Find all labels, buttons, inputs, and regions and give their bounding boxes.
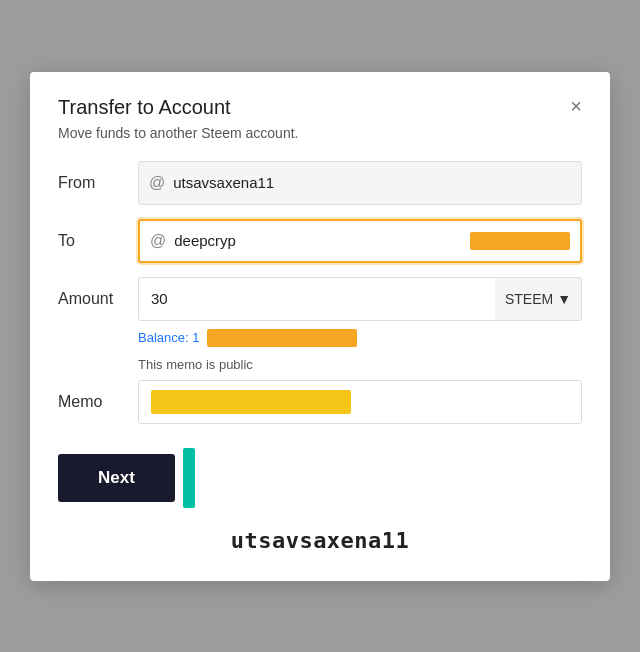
next-button[interactable]: Next bbox=[58, 454, 175, 502]
to-row: To @ bbox=[58, 219, 582, 263]
modal-title: Transfer to Account bbox=[58, 96, 231, 119]
to-redacted bbox=[470, 232, 570, 250]
to-label: To bbox=[58, 232, 138, 250]
from-input[interactable] bbox=[173, 174, 571, 191]
balance-redacted bbox=[207, 329, 357, 347]
currency-label: STEEM bbox=[505, 291, 553, 307]
memo-public-note: This memo is public bbox=[138, 357, 582, 372]
teal-accent-bar bbox=[183, 448, 195, 508]
memo-label: Memo bbox=[58, 393, 138, 411]
modal-subtitle: Move funds to another Steem account. bbox=[58, 125, 582, 141]
from-row: From @ bbox=[58, 161, 582, 205]
to-input[interactable] bbox=[174, 232, 468, 249]
amount-input[interactable] bbox=[138, 277, 495, 321]
to-input-wrapper[interactable]: @ bbox=[138, 219, 582, 263]
button-area: Next bbox=[58, 448, 582, 508]
memo-row: Memo bbox=[58, 380, 582, 424]
from-at-sign: @ bbox=[149, 174, 165, 192]
currency-chevron-icon: ▼ bbox=[557, 291, 571, 307]
balance-label: Balance: 1 bbox=[138, 330, 199, 345]
amount-label: Amount bbox=[58, 290, 138, 308]
to-at-sign: @ bbox=[150, 232, 166, 250]
from-label: From bbox=[58, 174, 138, 192]
modal-overlay: Transfer to Account × Move funds to anot… bbox=[0, 0, 640, 652]
transfer-modal: Transfer to Account × Move funds to anot… bbox=[30, 72, 610, 581]
close-button[interactable]: × bbox=[570, 96, 582, 116]
balance-row: Balance: 1 bbox=[138, 329, 582, 347]
from-input-wrapper: @ bbox=[138, 161, 582, 205]
memo-input-area[interactable] bbox=[138, 380, 582, 424]
currency-select[interactable]: STEEM ▼ bbox=[495, 277, 582, 321]
modal-header: Transfer to Account × bbox=[58, 96, 582, 119]
footer-username: utsavsaxena11 bbox=[58, 528, 582, 553]
amount-input-group: STEEM ▼ bbox=[138, 277, 582, 321]
amount-row: Amount STEEM ▼ bbox=[58, 277, 582, 321]
memo-redacted bbox=[151, 390, 351, 414]
